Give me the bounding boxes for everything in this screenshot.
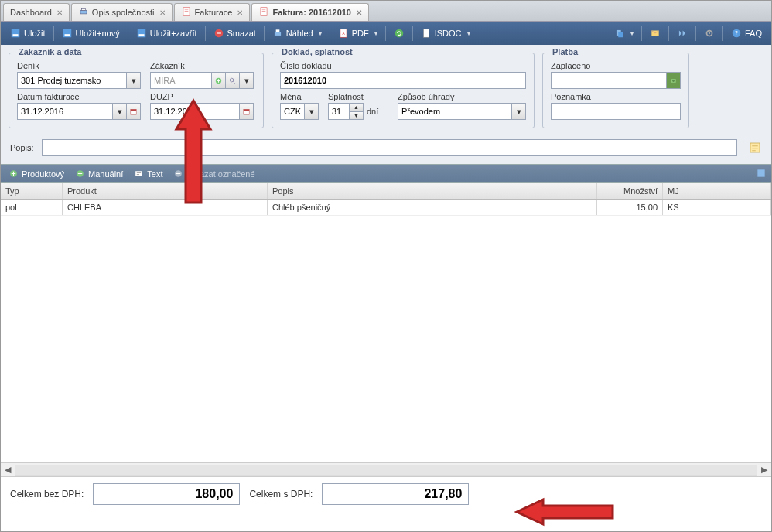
svg-rect-0: [80, 10, 87, 14]
fieldset-customer-data: Zákazník a data Deník ▾ Zákazník ▾: [9, 53, 264, 128]
printer-icon: [78, 6, 89, 19]
col-mnozstvi[interactable]: Množství: [597, 183, 663, 199]
pdf-button[interactable]: A PDF: [333, 26, 382, 41]
preview-button[interactable]: Náhled: [268, 26, 326, 41]
zpusob-label: Způsob úhrady: [398, 92, 526, 101]
copy-icon: [614, 28, 625, 39]
spinner-up[interactable]: ▲: [350, 103, 364, 111]
search-icon[interactable]: [226, 72, 240, 89]
label: Text: [147, 169, 162, 179]
cell-produkt: CHLEBA: [63, 200, 268, 215]
tab-label: Faktura: 201612010: [272, 8, 351, 17]
tab-label: Opis společnosti: [92, 8, 155, 17]
grid-body: pol CHLEBA Chléb pšeničný 15,00 KS: [1, 200, 771, 462]
duzp-input[interactable]: [150, 103, 240, 120]
scroll-left-icon[interactable]: ◀: [1, 465, 15, 475]
separator: [385, 26, 386, 41]
svg-rect-13: [275, 29, 279, 32]
save-new-label: Uložit+nový: [76, 29, 120, 38]
svg-point-23: [709, 32, 710, 34]
add-text-button[interactable]: Text: [131, 167, 166, 180]
save-new-button[interactable]: Uložit+nový: [57, 26, 125, 41]
isdoc-button[interactable]: ISDOC: [416, 26, 475, 41]
separator: [264, 26, 265, 41]
faq-label: FAQ: [745, 29, 762, 38]
horizontal-scrollbar[interactable]: ◀ ▶: [1, 462, 771, 476]
gear-icon: [704, 28, 715, 39]
col-typ[interactable]: Typ: [1, 183, 63, 199]
notes-icon[interactable]: [748, 141, 762, 155]
forward-button[interactable]: [672, 26, 692, 41]
table-row[interactable]: pol CHLEBA Chléb pšeničný 15,00 KS: [1, 200, 771, 216]
copy-button[interactable]: [610, 26, 638, 41]
tab-opis[interactable]: Opis společnosti ✕: [71, 3, 173, 21]
tab-faktura-detail[interactable]: Faktura: 201612010 ✕: [251, 3, 369, 21]
invoice-icon: [181, 6, 192, 19]
mena-input[interactable]: [280, 103, 305, 120]
popis-input[interactable]: [42, 139, 737, 156]
settings-button[interactable]: [699, 26, 719, 41]
grid-toolbar: Produktový Manuální Text Smazat označené: [1, 164, 771, 183]
col-mj[interactable]: MJ: [663, 183, 771, 199]
spinner-down[interactable]: ▼: [350, 111, 364, 120]
svg-rect-2: [183, 8, 189, 16]
separator: [412, 26, 413, 41]
delete-selected-button[interactable]: Smazat označené: [170, 167, 258, 180]
chevron-down-icon[interactable]: ▾: [127, 72, 141, 89]
add-icon[interactable]: [212, 72, 226, 89]
separator: [205, 26, 206, 41]
splatnost-input[interactable]: [328, 103, 350, 120]
faq-button[interactable]: ? FAQ: [726, 26, 767, 41]
col-produkt[interactable]: Produkt: [63, 183, 268, 199]
zaplaceno-input[interactable]: [551, 72, 667, 89]
zakaznik-input[interactable]: [150, 72, 212, 89]
legend: Platba: [549, 47, 581, 56]
total-s-label: Celkem s DPH:: [249, 489, 313, 500]
add-produktovy-button[interactable]: Produktový: [5, 167, 67, 180]
svg-rect-20: [618, 32, 623, 37]
add-manualni-button[interactable]: Manuální: [72, 167, 126, 180]
col-popis[interactable]: Popis: [268, 183, 597, 199]
close-icon[interactable]: ✕: [356, 9, 362, 17]
scroll-right-icon[interactable]: ▶: [757, 465, 771, 475]
grid-settings-icon[interactable]: [756, 168, 767, 180]
poznamka-label: Poznámka: [551, 92, 681, 101]
svg-rect-37: [135, 171, 142, 176]
svg-rect-1: [81, 8, 85, 10]
calendar-icon[interactable]: [127, 103, 141, 120]
cislo-input[interactable]: [280, 72, 526, 89]
chevron-down-icon[interactable]: ▾: [113, 103, 127, 120]
cell-popis: Chléb pšeničný: [268, 200, 597, 215]
denik-label: Deník: [17, 61, 141, 70]
delete-button[interactable]: Smazat: [209, 26, 261, 41]
close-icon[interactable]: ✕: [159, 9, 166, 17]
tab-fakturace[interactable]: Fakturace ✕: [174, 3, 251, 21]
datum-input[interactable]: [17, 103, 113, 120]
svg-rect-9: [138, 34, 144, 36]
scroll-track[interactable]: [15, 465, 757, 476]
chevron-down-icon[interactable]: ▾: [512, 103, 526, 120]
separator: [641, 26, 642, 41]
money-icon[interactable]: [667, 72, 681, 89]
legend: Doklad, splatnost: [278, 47, 356, 56]
chevron-down-icon[interactable]: ▾: [305, 103, 319, 120]
mail-button[interactable]: [645, 26, 665, 41]
disk-icon: [136, 28, 147, 39]
chevron-down-icon[interactable]: ▾: [240, 72, 254, 89]
calendar-icon[interactable]: [240, 103, 254, 120]
disk-icon: [10, 28, 21, 39]
refresh-button[interactable]: [389, 26, 409, 41]
close-icon[interactable]: ✕: [237, 9, 243, 17]
save-close-button[interactable]: Uložit+zavřít: [132, 26, 202, 41]
save-button[interactable]: Uložit: [5, 26, 50, 41]
denik-input[interactable]: [17, 72, 127, 89]
svg-rect-39: [176, 173, 180, 174]
zpusob-input[interactable]: [398, 103, 512, 120]
fieldset-platba: Platba Zaplaceno Poznámka: [542, 53, 689, 128]
svg-rect-11: [217, 32, 221, 33]
poznamka-input[interactable]: [551, 103, 681, 120]
close-icon[interactable]: ✕: [56, 9, 63, 17]
fieldset-doklad: Doklad, splatnost Číslo dokladu Měna ▾ S…: [272, 53, 535, 128]
cell-typ: pol: [1, 200, 63, 215]
tab-dashboard[interactable]: Dashboard ✕: [3, 3, 70, 21]
